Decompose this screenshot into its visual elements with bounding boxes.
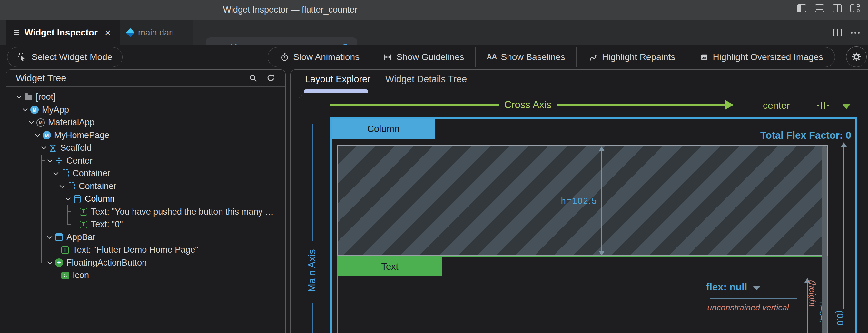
chevron-down-icon[interactable] [64, 197, 72, 201]
image-widget-icon [61, 272, 69, 279]
folder-icon [25, 95, 32, 100]
select-widget-mode-icon [18, 52, 27, 62]
window-title: Widget Inspector — flutter_counter [0, 5, 580, 15]
scaffold-icon [49, 144, 57, 152]
chevron-down-icon[interactable] [27, 121, 35, 124]
image-icon [700, 53, 709, 62]
class-outline-icon: M [36, 118, 45, 127]
repaint-brush-icon [589, 53, 598, 62]
toggle-highlight-repaints[interactable]: Highlight Repaints [576, 48, 688, 67]
tab-label: main.dart [138, 28, 175, 38]
toggle-left-sidebar-icon[interactable] [797, 4, 806, 12]
tab-widget-details-tree[interactable]: Widget Details Tree [385, 74, 467, 85]
split-editor-icon[interactable] [833, 29, 842, 36]
chevron-down-icon[interactable] [46, 261, 54, 265]
toggle-slow-animations[interactable]: Slow Animations [268, 48, 372, 67]
toggle-label: Highlight Repaints [602, 52, 675, 62]
widget-tree-panel: Widget Tree [root] M My [6, 69, 286, 333]
align-center-icon[interactable] [816, 101, 829, 109]
chevron-down-icon[interactable] [21, 108, 29, 112]
tree-node-text[interactable]: T Text: "Flutter Demo Home Page" [7, 244, 280, 256]
titlebar: Widget Inspector — flutter_counter [0, 0, 868, 20]
tree-node-icon[interactable]: Icon [7, 269, 280, 282]
tree-node-root[interactable]: [root] [7, 91, 280, 103]
split-view-icon[interactable] [833, 4, 842, 12]
child-height-note: (height [807, 280, 817, 307]
chevron-down-icon[interactable] [52, 172, 60, 175]
tab-label: Widget Inspector [25, 27, 98, 38]
free-space-height-label: h=102.5 [533, 196, 597, 206]
class-icon: M [30, 105, 39, 114]
chevron-down-icon[interactable] [15, 95, 23, 99]
cross-axis-arrow: Cross Axis [331, 99, 734, 110]
column-height-note: (0.0 [835, 310, 845, 326]
toggle-label: Show Guidelines [396, 52, 464, 62]
layout-grid-icon[interactable] [850, 4, 860, 12]
tab-widget-inspector[interactable]: Widget Inspector × [6, 20, 120, 45]
text-widget-tab[interactable]: Text [338, 257, 442, 276]
tree-node-container[interactable]: Container [7, 167, 280, 180]
toggle-label: Show Baselines [501, 52, 565, 62]
toggle-label: Slow Animations [293, 52, 360, 62]
inspector-settings-button[interactable] [846, 47, 867, 67]
search-icon[interactable] [249, 73, 258, 83]
toggle-show-guidelines[interactable]: Show Guidelines [372, 48, 475, 67]
divider [710, 298, 797, 299]
chevron-down-icon[interactable] [34, 133, 41, 137]
main-axis-label: Main Axis [306, 249, 318, 292]
tree-node-fab[interactable]: + FloatingActionButton [7, 256, 280, 269]
chevron-down-icon[interactable] [40, 146, 48, 150]
tree-node-text[interactable]: T Text: "You have pushed the button this… [7, 206, 280, 218]
alignment-dropdown-icon[interactable] [842, 104, 850, 109]
tree-node-scaffold[interactable]: Scaffold [7, 142, 280, 155]
select-widget-mode-button[interactable]: Select Widget Mode [7, 47, 123, 67]
fab-plus-icon: + [55, 259, 63, 267]
cross-axis-alignment-value[interactable]: center [763, 100, 789, 111]
text-widget-icon: T [80, 221, 87, 229]
baselines-icon: AA [487, 53, 497, 61]
toggle-bottom-panel-icon[interactable] [815, 4, 824, 12]
window-layout-controls [797, 4, 860, 12]
widget-tree: [root] M MyApp M MaterialApp M MyHomePag… [7, 91, 280, 282]
toggle-highlight-oversized-images[interactable]: Highlight Oversized Images [688, 48, 835, 67]
widget-inspector-window: Widget Inspector — flutter_counter Widge… [0, 0, 868, 333]
scrollbar-thumb[interactable] [822, 146, 827, 333]
guidelines-icon [383, 53, 392, 62]
column-widget-tab[interactable]: Column [332, 119, 435, 139]
main-axis-line [312, 303, 313, 333]
tab-main-dart[interactable]: main.dart [120, 20, 193, 45]
flex-value: flex: null [706, 281, 747, 293]
toggle-label: Highlight Oversized Images [713, 52, 823, 62]
tree-node-column-selected[interactable]: Column [7, 193, 280, 206]
chevron-down-icon[interactable] [46, 159, 54, 163]
close-tab-icon[interactable]: × [105, 27, 111, 38]
tree-node-materialapp[interactable]: M MaterialApp [7, 116, 280, 129]
arrow-head [725, 100, 734, 110]
chevron-down-icon[interactable] [58, 185, 66, 188]
stopwatch-icon [280, 53, 289, 62]
toggle-show-baselines[interactable]: AA Show Baselines [475, 48, 576, 67]
dropdown-icon [753, 286, 761, 291]
debug-toggle-group: Slow Animations Show Guidelines AA Show … [268, 47, 835, 67]
select-widget-mode-label: Select Widget Mode [32, 52, 113, 62]
refresh-icon[interactable] [266, 73, 276, 83]
tree-node-text[interactable]: T Text: "0" [7, 218, 280, 231]
text-widget-icon: T [61, 246, 69, 254]
widget-tree-title: Widget Tree [16, 73, 249, 84]
tree-node-center[interactable]: Center [7, 155, 280, 168]
flex-value-dropdown[interactable]: flex: null [706, 281, 761, 293]
tab-layout-explorer[interactable]: Layout Explorer [305, 74, 370, 85]
tree-node-appbar[interactable]: AppBar [7, 231, 280, 244]
tab-bar: Widget Inspector × main.dart [0, 20, 868, 45]
tab-menu-icon [13, 30, 19, 35]
more-options-icon[interactable] [851, 32, 860, 34]
chevron-down-icon[interactable] [46, 236, 54, 239]
tree-node-container[interactable]: Container [7, 180, 280, 193]
column-height-arrow [843, 146, 844, 309]
main-axis-line [312, 124, 313, 241]
divider [6, 87, 285, 87]
widget-tree-header: Widget Tree [6, 70, 285, 87]
tree-node-myapp[interactable]: M MyApp [7, 103, 280, 117]
tree-node-myhomepage[interactable]: M MyHomePage [7, 129, 280, 142]
constraint-note: unconstrained vertical [693, 303, 803, 313]
